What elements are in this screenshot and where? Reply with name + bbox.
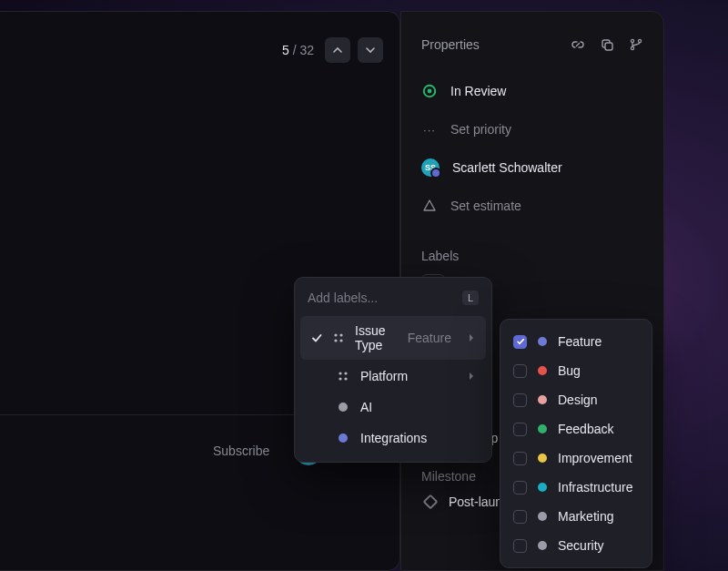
subtype-label: Design xyxy=(558,393,598,407)
checkbox xyxy=(513,364,527,378)
pager-count: 5 / 32 xyxy=(282,43,314,57)
status-row[interactable]: In Review xyxy=(401,72,663,110)
subtype-label: Security xyxy=(558,538,604,553)
label-option-ai[interactable]: AI xyxy=(300,393,486,422)
subtype-label: Bug xyxy=(558,363,581,378)
label-option-issue-type[interactable]: Issue Type Feature xyxy=(300,316,486,360)
color-dot-icon xyxy=(538,454,547,463)
copy-icon[interactable] xyxy=(600,37,614,52)
labels-section-title: Labels xyxy=(401,249,663,263)
label-option-integrations[interactable]: Integrations xyxy=(300,423,486,453)
checkbox xyxy=(513,510,527,524)
color-dot-icon xyxy=(538,541,547,550)
checkbox xyxy=(513,539,527,553)
assignee-row[interactable]: SS Scarlett Schowalter xyxy=(401,148,663,187)
subtype-option[interactable]: Bug xyxy=(500,356,652,385)
label-name: Integrations xyxy=(360,431,427,445)
subtype-option[interactable]: Security xyxy=(500,531,652,560)
color-dot-icon xyxy=(538,395,547,404)
estimate-label: Set estimate xyxy=(450,199,521,213)
label-option-platform[interactable]: Platform xyxy=(300,362,486,391)
status-label: In Review xyxy=(450,84,506,98)
subtype-option[interactable]: Design xyxy=(500,385,652,414)
label-name: Platform xyxy=(360,369,408,383)
estimate-icon xyxy=(421,198,438,214)
subtype-label: Feature xyxy=(558,334,602,349)
subtype-label: Marketing xyxy=(558,509,613,524)
check-icon xyxy=(516,337,525,346)
svg-point-10 xyxy=(334,339,337,342)
group-icon xyxy=(337,371,349,382)
chevron-down-icon xyxy=(365,45,376,56)
svg-point-3 xyxy=(638,39,641,42)
checkbox xyxy=(513,335,527,349)
color-dot-icon xyxy=(337,403,349,412)
subtype-option[interactable]: Infrastructure xyxy=(500,473,652,502)
labels-shortcut-key: L xyxy=(462,291,479,305)
chevron-right-icon xyxy=(468,369,475,383)
subtype-label: Feedback xyxy=(558,422,613,436)
in-review-icon xyxy=(421,83,438,99)
link-icon[interactable] xyxy=(571,37,585,52)
color-dot-icon xyxy=(538,337,547,346)
color-dot-icon xyxy=(538,424,547,433)
pager-prev-button[interactable] xyxy=(325,37,350,63)
subscribe-button[interactable]: Subscribe xyxy=(213,444,269,458)
svg-point-13 xyxy=(344,372,347,374)
color-dot-icon xyxy=(538,366,547,375)
group-icon xyxy=(333,332,344,343)
subtype-option[interactable]: Improvement xyxy=(500,444,652,473)
priority-icon: ··· xyxy=(421,121,438,138)
chevron-right-icon xyxy=(468,331,475,345)
check-icon xyxy=(311,332,322,343)
color-dot-icon xyxy=(337,433,349,443)
label-name: AI xyxy=(360,400,372,414)
svg-point-8 xyxy=(334,333,337,336)
labels-search-input[interactable] xyxy=(308,291,435,305)
subtype-label: Improvement xyxy=(558,451,632,465)
svg-rect-1 xyxy=(605,43,612,50)
svg-point-2 xyxy=(631,39,633,42)
estimate-row[interactable]: Set estimate xyxy=(401,187,663,225)
subtype-option[interactable]: Feedback xyxy=(500,414,652,444)
milestone-value: Post-laun xyxy=(449,495,502,509)
checkbox xyxy=(513,452,527,465)
color-dot-icon xyxy=(538,512,547,521)
svg-point-9 xyxy=(339,333,342,336)
milestone-icon xyxy=(421,496,440,507)
checkbox xyxy=(513,393,527,407)
pager-next-button[interactable] xyxy=(358,37,383,63)
label-name: Issue Type xyxy=(355,323,397,352)
svg-point-15 xyxy=(344,377,347,380)
svg-point-12 xyxy=(339,372,341,374)
branch-icon[interactable] xyxy=(629,37,643,52)
chevron-up-icon xyxy=(332,45,343,56)
color-dot-icon xyxy=(538,483,547,492)
svg-point-4 xyxy=(631,46,633,49)
assignee-avatar: SS xyxy=(421,158,440,177)
priority-label: Set priority xyxy=(450,122,511,137)
issue-type-submenu: FeatureBugDesignFeedbackImprovementInfra… xyxy=(500,319,652,568)
assignee-name: Scarlett Schowalter xyxy=(452,160,562,175)
labels-popup: L Issue Type Feature Platform AI Integra… xyxy=(294,277,492,463)
issue-pager: 5 / 32 xyxy=(282,37,383,63)
checkbox xyxy=(513,481,527,495)
svg-point-14 xyxy=(339,377,341,380)
subtype-option[interactable]: Marketing xyxy=(500,502,652,531)
svg-point-11 xyxy=(339,339,342,342)
subtype-option[interactable]: Feature xyxy=(500,327,652,356)
svg-point-6 xyxy=(428,89,432,94)
properties-title: Properties xyxy=(421,37,480,52)
priority-row[interactable]: ··· Set priority xyxy=(401,110,663,148)
checkbox xyxy=(513,423,527,436)
subtype-label: Infrastructure xyxy=(558,480,632,495)
label-selected-value: Feature xyxy=(408,331,451,345)
